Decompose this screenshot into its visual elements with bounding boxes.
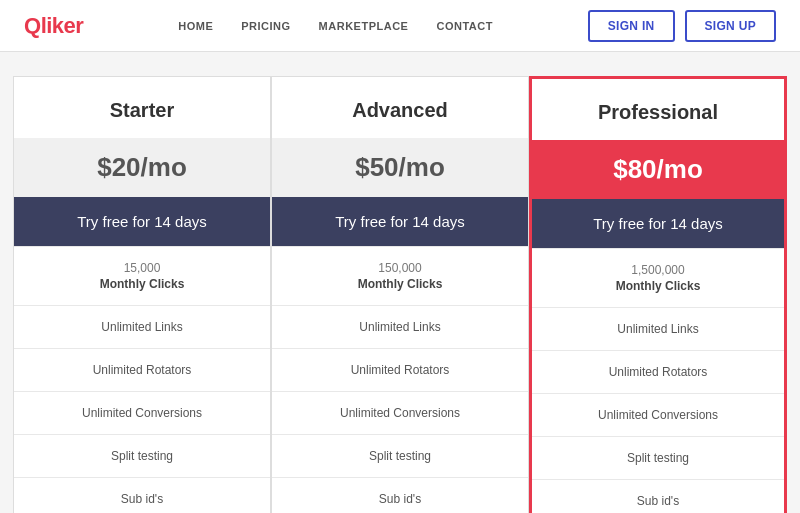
nav-pricing[interactable]: PRICING	[241, 20, 290, 32]
feature-advanced-3: Split testing	[272, 434, 528, 477]
nav-marketplace[interactable]: MARKETPLACE	[319, 20, 409, 32]
feature-professional-1: Unlimited Rotators	[532, 350, 784, 393]
feature-text-professional-0: Unlimited Links	[617, 322, 698, 336]
clicks-label-professional: Monthly Clicks	[542, 279, 774, 293]
plan-price-professional: $80/mo	[532, 140, 784, 199]
plan-price-advanced: $50/mo	[272, 138, 528, 197]
plan-cta-professional[interactable]: Try free for 14 days	[532, 199, 784, 248]
sign-up-button[interactable]: SIGN UP	[685, 10, 776, 42]
clicks-label-advanced: Monthly Clicks	[282, 277, 518, 291]
plan-features-advanced: 150,000 Monthly Clicks Unlimited Links U…	[272, 246, 528, 513]
plan-features-professional: 1,500,000 Monthly Clicks Unlimited Links…	[532, 248, 784, 513]
feature-text-starter-3: Split testing	[111, 449, 173, 463]
feature-text-advanced-4: Sub id's	[379, 492, 421, 506]
plan-title-starter: Starter	[14, 77, 270, 138]
feature-professional-4: Sub id's	[532, 479, 784, 513]
feature-text-professional-1: Unlimited Rotators	[609, 365, 708, 379]
feature-professional-3: Split testing	[532, 436, 784, 479]
plan-clicks-starter: 15,000 Monthly Clicks	[14, 246, 270, 305]
nav-home[interactable]: HOME	[178, 20, 213, 32]
plan-cta-starter[interactable]: Try free for 14 days	[14, 197, 270, 246]
plan-clicks-professional: 1,500,000 Monthly Clicks	[532, 248, 784, 307]
clicks-number-professional: 1,500,000	[542, 263, 774, 277]
sign-in-button[interactable]: SIGN IN	[588, 10, 675, 42]
feature-text-starter-0: Unlimited Links	[101, 320, 182, 334]
feature-starter-2: Unlimited Conversions	[14, 391, 270, 434]
plan-cta-advanced[interactable]: Try free for 14 days	[272, 197, 528, 246]
nav-contact[interactable]: CONTACT	[436, 20, 492, 32]
feature-advanced-2: Unlimited Conversions	[272, 391, 528, 434]
plan-card-advanced: Advanced $50/mo Try free for 14 days 150…	[271, 76, 529, 513]
feature-advanced-0: Unlimited Links	[272, 305, 528, 348]
plan-card-professional: Professional $80/mo Try free for 14 days…	[529, 76, 787, 513]
feature-text-advanced-0: Unlimited Links	[359, 320, 440, 334]
feature-text-advanced-2: Unlimited Conversions	[340, 406, 460, 420]
plan-clicks-advanced: 150,000 Monthly Clicks	[272, 246, 528, 305]
logo: Qliker	[24, 13, 83, 39]
feature-text-advanced-1: Unlimited Rotators	[351, 363, 450, 377]
feature-advanced-1: Unlimited Rotators	[272, 348, 528, 391]
feature-text-starter-1: Unlimited Rotators	[93, 363, 192, 377]
feature-starter-0: Unlimited Links	[14, 305, 270, 348]
feature-starter-1: Unlimited Rotators	[14, 348, 270, 391]
feature-starter-4: Sub id's	[14, 477, 270, 513]
feature-text-professional-4: Sub id's	[637, 494, 679, 508]
plan-title-professional: Professional	[532, 79, 784, 140]
feature-professional-2: Unlimited Conversions	[532, 393, 784, 436]
feature-text-starter-2: Unlimited Conversions	[82, 406, 202, 420]
pricing-area: Starter $20/mo Try free for 14 days 15,0…	[0, 52, 800, 513]
clicks-number-starter: 15,000	[24, 261, 260, 275]
feature-starter-3: Split testing	[14, 434, 270, 477]
plan-card-starter: Starter $20/mo Try free for 14 days 15,0…	[13, 76, 271, 513]
logo-q: Q	[24, 13, 41, 38]
feature-text-starter-4: Sub id's	[121, 492, 163, 506]
navbar: Qliker HOME PRICING MARKETPLACE CONTACT …	[0, 0, 800, 52]
feature-text-professional-2: Unlimited Conversions	[598, 408, 718, 422]
plan-features-starter: 15,000 Monthly Clicks Unlimited Links Un…	[14, 246, 270, 513]
clicks-number-advanced: 150,000	[282, 261, 518, 275]
feature-text-advanced-3: Split testing	[369, 449, 431, 463]
plan-price-starter: $20/mo	[14, 138, 270, 197]
logo-rest: liker	[41, 13, 84, 38]
plan-title-advanced: Advanced	[272, 77, 528, 138]
clicks-label-starter: Monthly Clicks	[24, 277, 260, 291]
feature-professional-0: Unlimited Links	[532, 307, 784, 350]
nav-actions: SIGN IN SIGN UP	[588, 10, 776, 42]
feature-text-professional-3: Split testing	[627, 451, 689, 465]
nav-links: HOME PRICING MARKETPLACE CONTACT	[178, 20, 493, 32]
feature-advanced-4: Sub id's	[272, 477, 528, 513]
